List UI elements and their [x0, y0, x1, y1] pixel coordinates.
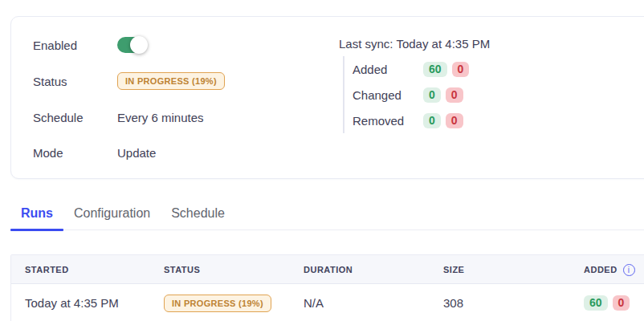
added-error-count: 0 — [452, 62, 470, 77]
cell-started: Today at 4:35 PM — [25, 284, 119, 321]
added-success-count: 60 — [423, 62, 447, 77]
tab-runs[interactable]: Runs — [10, 203, 63, 230]
runs-table-header: STARTED STATUS DURATION SIZE ADDED i — [11, 255, 644, 284]
sync-summary-card: Enabled Status IN PROGRESS (19%) Schedul… — [10, 16, 644, 179]
info-icon[interactable]: i — [623, 264, 635, 276]
stat-row-changed: Changed 0 0 — [353, 82, 490, 108]
status-label: Status — [33, 75, 117, 88]
cell-status: IN PROGRESS (19%) — [164, 284, 271, 321]
cell-size: 308 — [443, 284, 463, 321]
field-row-enabled: Enabled — [33, 35, 146, 55]
header-status: STATUS — [164, 255, 200, 284]
tab-bar: Runs Configuration Schedule — [10, 203, 644, 230]
last-sync-panel: Last sync: Today at 4:35 PM Added 60 0 C… — [328, 37, 490, 133]
header-started: STARTED — [25, 255, 69, 284]
header-size: SIZE — [443, 255, 464, 284]
tab-configuration[interactable]: Configuration — [63, 203, 161, 230]
last-sync-label: Last sync: Today at 4:35 PM — [339, 37, 490, 51]
changed-error-count: 0 — [446, 87, 463, 103]
changed-success-count: 0 — [423, 87, 441, 103]
header-added-label: ADDED — [584, 265, 618, 274]
mode-label: Mode — [33, 146, 117, 160]
cell-duration: N/A — [304, 284, 324, 321]
mode-value: Update — [117, 146, 156, 160]
enabled-toggle[interactable] — [117, 37, 146, 53]
field-row-mode: Mode Update — [33, 142, 156, 163]
added-label: Added — [353, 63, 423, 76]
stat-row-removed: Removed 0 0 — [353, 108, 490, 133]
row-added-success-count: 60 — [584, 295, 608, 311]
header-duration: DURATION — [304, 255, 353, 284]
stat-row-added: Added 60 0 — [353, 56, 490, 82]
tab-schedule[interactable]: Schedule — [161, 203, 235, 230]
schedule-value: Every 6 minutes — [117, 111, 204, 124]
removed-error-count: 0 — [446, 113, 463, 128]
removed-success-count: 0 — [423, 113, 441, 128]
runs-table: STARTED STATUS DURATION SIZE ADDED i Tod… — [10, 254, 644, 321]
header-added: ADDED i — [584, 255, 635, 284]
changed-label: Changed — [353, 88, 423, 102]
toggle-knob — [130, 36, 148, 54]
enabled-label: Enabled — [33, 39, 117, 52]
cell-added: 60 0 — [584, 284, 630, 321]
removed-label: Removed — [353, 114, 423, 128]
sync-stats: Added 60 0 Changed 0 0 Removed 0 0 — [343, 56, 490, 133]
row-added-error-count: 0 — [613, 295, 630, 311]
row-in-progress-badge: IN PROGRESS (19%) — [164, 295, 271, 312]
table-row[interactable]: Today at 4:35 PM IN PROGRESS (19%) N/A 3… — [11, 284, 644, 321]
field-row-schedule: Schedule Every 6 minutes — [33, 107, 204, 128]
field-row-status: Status IN PROGRESS (19%) — [33, 71, 225, 91]
status-in-progress-badge: IN PROGRESS (19%) — [117, 72, 225, 90]
schedule-label: Schedule — [33, 111, 117, 124]
